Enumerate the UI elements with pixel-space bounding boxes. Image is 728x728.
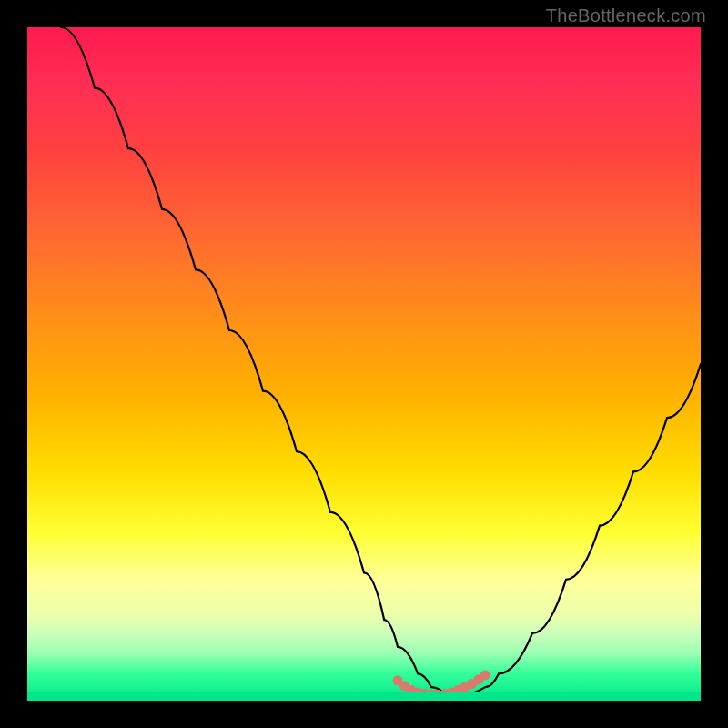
attribution-text: TheBottleneck.com bbox=[546, 5, 706, 26]
bottleneck-chart bbox=[27, 27, 701, 701]
chart-plot-layer bbox=[27, 27, 701, 701]
chart-baseline bbox=[27, 692, 701, 701]
marker-dot bbox=[480, 670, 490, 680]
bottleneck-curve-line bbox=[61, 27, 701, 694]
